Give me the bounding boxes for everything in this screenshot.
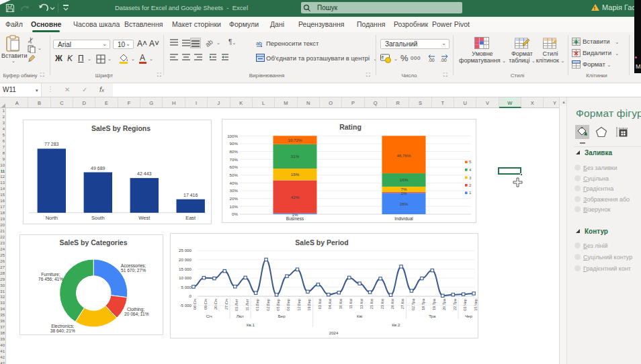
svg-text:0%: 0% — [232, 212, 238, 216]
svg-text:49 689: 49 689 — [91, 165, 105, 170]
svg-text:27.Кві: 27.Кві — [400, 299, 404, 309]
svg-text:12.Бер: 12.Бер — [297, 299, 301, 311]
svg-text:90%: 90% — [230, 141, 239, 146]
svg-text:21.Кві: 21.Кві — [370, 299, 374, 309]
svg-text:06.Бер: 06.Бер — [286, 299, 290, 311]
svg-text:.00: .00 — [440, 58, 447, 62]
svg-text:1: 1 — [469, 190, 472, 195]
svg-text:70%: 70% — [230, 157, 239, 162]
svg-text:05.Бер: 05.Бер — [276, 299, 280, 311]
svg-text:15 000: 15 000 — [179, 267, 191, 271]
svg-text:North: North — [46, 215, 58, 221]
svg-text:19.Бер: 19.Бер — [307, 299, 311, 311]
svg-text:Кв.1: Кв.1 — [247, 322, 255, 327]
svg-text:03.Лют: 03.Лют — [234, 299, 239, 312]
svg-text:51 670; 27%: 51 670; 27% — [121, 267, 146, 272]
svg-text:42%: 42% — [291, 195, 300, 199]
svg-text:40%: 40% — [230, 181, 239, 185]
svg-text:₴: ₴ — [382, 55, 384, 60]
svg-text:01.Бер: 01.Бер — [255, 299, 259, 311]
svg-text:16%: 16% — [400, 177, 409, 182]
svg-text:15%: 15% — [291, 172, 300, 177]
svg-text:SaleS by Categories: SaleS by Categories — [60, 238, 128, 246]
svg-text:100%: 100% — [227, 134, 238, 138]
svg-text:Бер: Бер — [278, 314, 286, 318]
svg-text:15.Чер: 15.Чер — [474, 299, 478, 311]
svg-text:East: East — [185, 215, 196, 221]
svg-text:19.Тра: 19.Тра — [432, 298, 436, 310]
svg-text:Лют: Лют — [237, 314, 245, 318]
svg-text:0: 0 — [189, 293, 192, 298]
svg-text:4: 4 — [469, 167, 472, 172]
svg-text:2024: 2024 — [329, 330, 339, 335]
svg-text:13.Кві: 13.Кві — [359, 299, 364, 309]
svg-text:77 283: 77 283 — [44, 142, 59, 146]
svg-text:76 456; 41%: 76 456; 41% — [38, 276, 63, 281]
svg-text:Rating: Rating — [339, 123, 361, 131]
svg-text:02.Тра: 02.Тра — [411, 298, 415, 310]
svg-text:20%: 20% — [230, 196, 239, 201]
svg-text:.00: .00 — [428, 58, 435, 62]
svg-text:20 000: 20 000 — [179, 257, 191, 262]
svg-text:1%: 1% — [401, 191, 407, 195]
svg-text:South: South — [91, 215, 105, 221]
svg-text:ab: ab — [206, 38, 214, 48]
svg-text:04.Кві: 04.Кві — [328, 299, 332, 309]
svg-text:Січ: Січ — [206, 314, 212, 318]
svg-text:5: 5 — [469, 159, 472, 164]
svg-text:60%: 60% — [230, 165, 239, 169]
svg-text:Business: Business — [286, 216, 304, 221]
svg-text:03.Кві: 03.Кві — [318, 299, 322, 309]
svg-text:2: 2 — [469, 183, 472, 187]
svg-text:SaleS by Regions: SaleS by Regions — [91, 124, 151, 132]
svg-text:Кві: Кві — [357, 314, 362, 318]
svg-text:08.Січ: 08.Січ — [193, 299, 197, 310]
svg-text:Individual: Individual — [394, 216, 413, 221]
svg-text:20 064; 11%: 20 064; 11% — [124, 312, 149, 316]
svg-text:West: West — [138, 215, 151, 221]
svg-text:30%: 30% — [230, 188, 239, 193]
svg-text:46,76%: 46,76% — [397, 153, 411, 158]
svg-text:50%: 50% — [230, 173, 239, 177]
svg-text:27.Січ: 27.Січ — [224, 299, 228, 310]
svg-text:31%: 31% — [291, 154, 300, 158]
svg-text:Кв.2: Кв.2 — [392, 322, 400, 327]
svg-text:11.Кві: 11.Кві — [349, 299, 353, 309]
svg-text:18.Тра: 18.Тра — [421, 298, 425, 310]
svg-text:10 000: 10 000 — [179, 275, 191, 280]
svg-text:03.Чер: 03.Чер — [463, 299, 467, 311]
svg-text:11.Лют: 11.Лют — [245, 299, 249, 311]
svg-text:17 416: 17 416 — [183, 192, 198, 197]
svg-text:02.Бер: 02.Бер — [266, 299, 270, 311]
svg-text:23.Кві: 23.Кві — [380, 299, 384, 309]
svg-text:3: 3 — [469, 175, 472, 180]
svg-text:28%: 28% — [400, 201, 409, 206]
svg-text:80%: 80% — [230, 149, 239, 154]
svg-text:22.Тра: 22.Тра — [453, 298, 457, 310]
svg-text:10.Кві: 10.Кві — [339, 299, 343, 309]
svg-text:20.Січ: 20.Січ — [214, 299, 218, 310]
svg-text:42 443: 42 443 — [137, 171, 152, 176]
svg-text:20.Тра: 20.Тра — [442, 298, 446, 310]
svg-text:SaleS by Period: SaleS by Period — [295, 238, 348, 246]
svg-text:25 000: 25 000 — [179, 248, 191, 253]
svg-text:-5 000: -5 000 — [179, 303, 191, 308]
svg-text:09.Січ: 09.Січ — [204, 299, 208, 310]
svg-text:5 000: 5 000 — [181, 285, 192, 289]
svg-text:10%: 10% — [230, 204, 239, 209]
svg-text:10,72%: 10,72% — [288, 138, 302, 142]
svg-text:38 640; 21%: 38 640; 21% — [50, 328, 75, 332]
svg-text:Чер: Чер — [465, 314, 473, 318]
svg-text:26.Кві: 26.Кві — [390, 299, 394, 309]
svg-text:Тра: Тра — [429, 314, 436, 318]
